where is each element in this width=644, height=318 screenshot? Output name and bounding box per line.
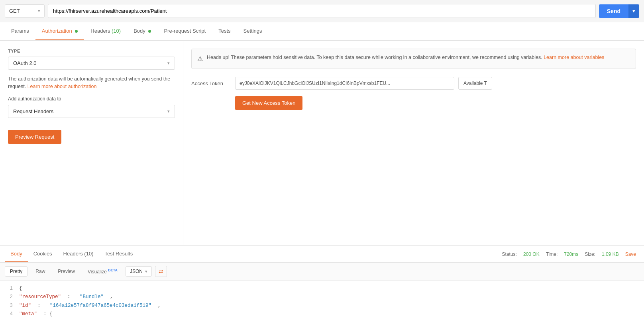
main-content: TYPE OAuth 2.0 ▾ The authorization data … — [0, 41, 644, 245]
url-input[interactable] — [48, 4, 596, 18]
type-select-value: OAuth 2.0 — [13, 60, 37, 66]
fmt-pretty[interactable]: Pretty — [5, 266, 27, 277]
wrap-icon: ⇄ — [159, 268, 163, 275]
format-value: JSON — [130, 269, 143, 274]
auth-description: The authorization data will be automatic… — [8, 75, 175, 90]
status-value: 200 OK — [523, 251, 540, 257]
type-label: TYPE — [8, 49, 175, 53]
learn-more-link[interactable]: Learn more about authorization — [27, 84, 97, 89]
bottom-tabs-row: Body Cookies Headers (10) Test Results S… — [0, 246, 644, 263]
bottom-tab-headers[interactable]: Headers (10) — [58, 246, 99, 262]
status-bar: Status: 200 OK Time: 720ms Size: 1.09 KB… — [502, 251, 639, 257]
available-tokens-button[interactable]: Available T — [458, 77, 492, 90]
add-to-select[interactable]: Request Headers ▾ — [8, 105, 175, 118]
get-new-access-token-button[interactable]: Get New Access Token — [235, 96, 302, 110]
bottom-tab-test-results[interactable]: Test Results — [99, 246, 138, 262]
type-chevron-icon: ▾ — [167, 61, 170, 66]
bottom-section: Body Cookies Headers (10) Test Results S… — [0, 245, 644, 318]
line-number: 1 — [5, 285, 13, 293]
code-line-1: 1 { — [5, 285, 639, 293]
tab-params[interactable]: Params — [5, 22, 35, 40]
left-panel: TYPE OAuth 2.0 ▾ The authorization data … — [0, 41, 183, 245]
preview-request-button[interactable]: Preview Request — [8, 130, 61, 144]
tab-body[interactable]: Body — [127, 22, 157, 40]
headers-badge: (10) — [112, 28, 121, 34]
top-bar: GET ▾ Send ▾ — [0, 0, 644, 22]
body-dot — [148, 30, 151, 33]
type-select[interactable]: OAuth 2.0 ▾ — [8, 57, 175, 70]
authorization-dot — [75, 30, 78, 33]
send-dropdown-button[interactable]: ▾ — [628, 4, 639, 18]
alert-text: Heads up! These parameters hold sensitiv… — [207, 54, 604, 64]
add-to-label: Add authorization data to — [8, 96, 175, 102]
send-group: Send ▾ — [599, 4, 639, 18]
tab-headers[interactable]: Headers (10) — [84, 22, 127, 40]
learn-variables-link[interactable]: Learn more about variables — [544, 55, 604, 60]
beta-badge: BETA — [108, 268, 118, 272]
tab-settings[interactable]: Settings — [237, 22, 269, 40]
access-token-row: Access Token eyJ0eXAiOiJKV1QiLCJhbGciOiJ… — [191, 77, 636, 90]
format-bar: Pretty Raw Preview Visualize BETA JSON ▾… — [0, 263, 644, 281]
method-value: GET — [9, 8, 20, 14]
format-select[interactable]: JSON ▾ — [126, 266, 152, 277]
code-line-4: 4 "meta" : { — [5, 310, 639, 318]
time-label: Time: — [546, 251, 558, 257]
request-tabs: Params Authorization Headers (10) Body P… — [0, 22, 644, 41]
fmt-preview[interactable]: Preview — [53, 267, 80, 276]
method-select[interactable]: GET ▾ — [5, 4, 45, 18]
time-value: 720ms — [564, 251, 578, 257]
line-number: 2 — [5, 293, 13, 301]
fmt-raw[interactable]: Raw — [31, 267, 50, 276]
tab-tests[interactable]: Tests — [212, 22, 237, 40]
wrap-button[interactable]: ⇄ — [155, 266, 167, 277]
line-number: 4 — [5, 310, 13, 318]
format-chevron-icon: ▾ — [145, 269, 147, 274]
code-area: 1 { 2 "resourceType" : "Bundle" , 3 "id"… — [0, 281, 644, 318]
size-label: Size: — [585, 251, 595, 257]
code-line-3: 3 "id" : "164a12e57fa8f947a65e4c03eda1f5… — [5, 302, 639, 310]
code-line-2: 2 "resourceType" : "Bundle" , — [5, 293, 639, 301]
get-token-row: Get New Access Token — [235, 96, 636, 110]
tab-pre-request[interactable]: Pre-request Script — [157, 22, 212, 40]
method-chevron-icon: ▾ — [38, 8, 40, 14]
line-number: 3 — [5, 302, 13, 310]
add-to-value: Request Headers — [13, 108, 53, 114]
size-value: 1.09 KB — [602, 251, 619, 257]
access-token-input[interactable]: eyJ0eXAiOiJKV1QiLCJhbGciOiJSUzI1NiIsIng1… — [235, 77, 454, 90]
bottom-tab-cookies[interactable]: Cookies — [28, 246, 58, 262]
right-panel: ⚠ Heads up! These parameters hold sensit… — [183, 41, 644, 245]
status-label: Status: — [502, 251, 517, 257]
access-token-label: Access Token — [191, 80, 231, 86]
add-to-chevron-icon: ▾ — [167, 109, 170, 114]
bottom-tab-body[interactable]: Body — [5, 246, 28, 262]
fmt-visualize[interactable]: Visualize BETA — [83, 266, 122, 277]
tab-authorization[interactable]: Authorization — [35, 22, 84, 40]
save-link[interactable]: Save — [625, 251, 636, 257]
alert-icon: ⚠ — [197, 54, 203, 64]
alert-box: ⚠ Heads up! These parameters hold sensit… — [191, 49, 636, 69]
send-button[interactable]: Send — [599, 4, 628, 18]
